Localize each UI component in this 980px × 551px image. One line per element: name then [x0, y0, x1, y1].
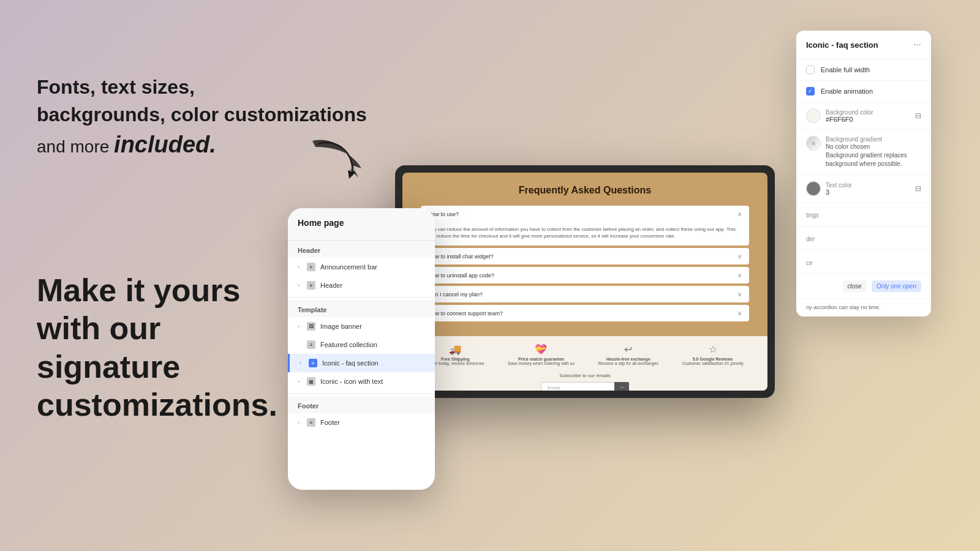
phone-item-label: Featured collection	[320, 341, 377, 348]
collection-icon: ≡	[307, 340, 315, 349]
faq-title: Frequently Asked Questions	[421, 185, 749, 196]
faq-item-2[interactable]: How to install chat widget? ∨	[421, 248, 749, 264]
settings-partial-3: ce	[796, 250, 931, 274]
phone-header: Home page	[288, 208, 435, 241]
close-button[interactable]: close	[843, 280, 867, 292]
phone-item-label: Footer	[320, 419, 340, 426]
settings-text-color-row[interactable]: Text color 3 ⊟	[796, 175, 931, 203]
phone-page-title: Home page	[298, 218, 425, 228]
faq-chevron-icon: ∨	[737, 291, 742, 298]
chevron-icon: ›	[298, 282, 300, 288]
faq-item-4[interactable]: Can I cancel my plan? ∨	[421, 286, 749, 302]
phone-item-icon-text[interactable]: › ▦ Iconic - icon with text	[288, 372, 435, 391]
bg-color-label: Background color	[826, 109, 910, 116]
accordion-note-text: ny accordion can stay no time.	[806, 304, 881, 310]
tagline-line3-prefix: and more	[37, 137, 114, 156]
tablet-email-placeholder[interactable]: Email	[541, 382, 614, 391]
settings-partial-label-ce: ce	[806, 260, 813, 266]
phone-divider	[288, 393, 435, 394]
tablet-icon-reviews: ☆ 5.0 Google ReviewsCustomer satisfactio…	[682, 343, 744, 365]
text-color-swatch	[806, 181, 821, 196]
image-icon: 🖼	[307, 322, 315, 331]
faq-section: Frequently Asked Questions How to use? ∧…	[402, 173, 767, 336]
full-width-checkbox[interactable]	[806, 66, 815, 74]
settings-accordion-note: ny accordion can stay no time.	[796, 299, 931, 317]
faq-question: How to connect support team?	[428, 310, 503, 317]
make-it-line4: customizations.	[37, 387, 277, 422]
bg-color-value: #F6F6F0	[826, 116, 910, 123]
text-color-info: Text color 3	[826, 182, 910, 196]
tablet-subscribe-label: Subscribe to our emails	[415, 373, 755, 378]
faq-item-3[interactable]: How to uninstall app code? ∨	[421, 267, 749, 283]
phone-item-image-banner[interactable]: › 🖼 Image banner	[288, 317, 435, 335]
faq-item-1[interactable]: How to use? ∧	[421, 206, 749, 222]
settings-bg-color-row[interactable]: Background color #F6F6F0 ⊟	[796, 102, 931, 130]
settings-panel-title: Iconic - faq section	[806, 40, 878, 50]
bg-color-info: Background color #F6F6F0	[826, 109, 910, 123]
phone-item-footer[interactable]: › ≡ Footer	[288, 413, 435, 432]
reviews-icon: ☆	[682, 343, 744, 355]
settings-gradient-row[interactable]: ✕ Background gradient No color chosenBac…	[796, 130, 931, 175]
arrow-icon	[306, 135, 368, 184]
announcement-icon: ≡	[307, 263, 315, 271]
faq-question: Can I cancel my plan?	[428, 291, 483, 298]
shipping-icon: 🚚	[426, 343, 484, 355]
text-color-label: Text color	[826, 182, 910, 189]
animation-label: Enable animation	[821, 88, 873, 95]
faq-answer: You can reduce the amount of information…	[428, 227, 736, 239]
copy-icon-2[interactable]: ⊟	[915, 184, 921, 193]
phone-item-featured-collection[interactable]: › ≡ Featured collection	[288, 335, 435, 354]
chevron-icon: ›	[298, 323, 300, 329]
phone-item-announcement[interactable]: › ≡ Announcement bar	[288, 258, 435, 276]
phone-section-header: Header	[288, 241, 435, 258]
phone-item-label: Header	[320, 282, 342, 289]
faq-question: How to uninstall app code?	[428, 272, 494, 279]
make-it-line3: signature	[37, 349, 180, 384]
chevron-icon: ›	[300, 360, 301, 366]
animation-checkbox[interactable]: ✓	[806, 87, 815, 96]
faq-question: How to install chat widget?	[428, 253, 494, 260]
settings-panel-header: Iconic - faq section ···	[796, 31, 931, 59]
tablet-screen: Frequently Asked Questions How to use? ∧…	[402, 173, 767, 391]
phone-item-label: Iconic - faq section	[322, 359, 379, 367]
make-it-line2: with our	[37, 310, 160, 346]
tagline-line3-bold: included.	[114, 132, 216, 157]
faq-icon: ≡	[309, 359, 317, 367]
settings-partial-2: der	[796, 227, 931, 250]
faq-chevron-icon: ∧	[737, 211, 742, 217]
phone-item-label: Image banner	[320, 323, 362, 330]
settings-accordion-row: close Only one open	[796, 274, 931, 299]
faq-item-5[interactable]: How to connect support team? ∨	[421, 305, 749, 321]
tablet-mockup: Frequently Asked Questions How to use? ∧…	[395, 165, 775, 398]
phone-item-label: Iconic - icon with text	[320, 378, 383, 385]
exchange-icon: ↩	[598, 343, 658, 355]
tablet-email-submit[interactable]: →	[614, 382, 629, 391]
gradient-info: Background gradient No color chosenBackg…	[826, 136, 921, 168]
settings-full-width-row[interactable]: Enable full width	[796, 59, 931, 81]
chevron-icon: ›	[298, 378, 300, 384]
header-icon: ≡	[307, 281, 315, 290]
chevron-icon: ›	[298, 419, 300, 425]
tagline-line1: Fonts, text sizes,	[37, 76, 195, 98]
settings-partial-label-der: der	[806, 236, 815, 242]
text-color-value: 3	[826, 189, 910, 196]
phone-section-template: Template	[288, 300, 435, 317]
footer-icon: ≡	[307, 418, 315, 427]
phone-mockup: Home page Header › ≡ Announcement bar › …	[288, 208, 435, 490]
icontext-icon: ▦	[307, 377, 315, 386]
price-icon: 💝	[508, 343, 575, 355]
faq-chevron-icon: ∨	[737, 253, 742, 260]
make-it-line1: Make it yours	[37, 272, 240, 308]
faq-expanded-content: You can reduce the amount of information…	[421, 222, 749, 246]
settings-panel: Iconic - faq section ··· Enable full wid…	[796, 31, 931, 317]
one-open-button[interactable]: Only one open	[872, 280, 921, 292]
phone-item-header[interactable]: › ≡ Header	[288, 276, 435, 294]
copy-icon[interactable]: ⊟	[915, 111, 921, 120]
settings-more-button[interactable]: ···	[913, 39, 921, 50]
settings-animation-row[interactable]: ✓ Enable animation	[796, 81, 931, 102]
full-width-label: Enable full width	[821, 66, 870, 73]
faq-chevron-icon: ∨	[737, 310, 742, 317]
tagline-line2: backgrounds, color customizations	[37, 103, 367, 126]
phone-item-faq[interactable]: › ≡ Iconic - faq section	[288, 354, 435, 372]
gradient-swatch-icon: ✕	[806, 136, 821, 151]
